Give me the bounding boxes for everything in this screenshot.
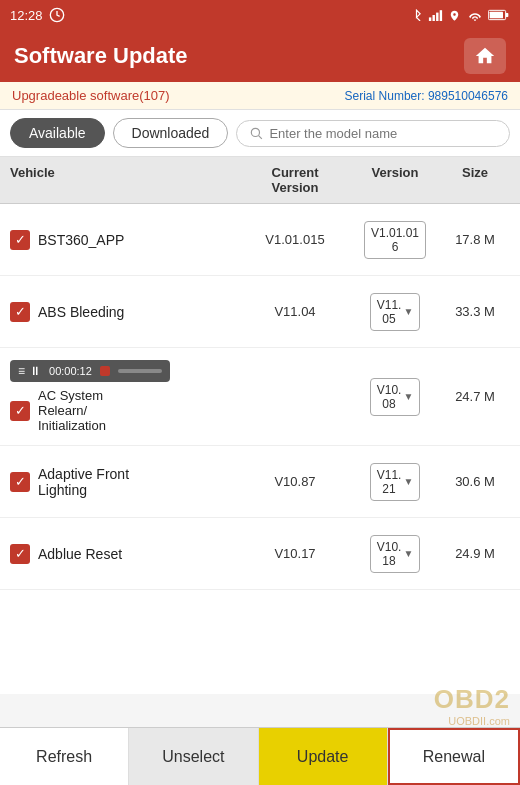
version-text: V11.05 xyxy=(377,298,402,326)
size-cell: 17.8 M xyxy=(440,232,510,247)
table-row: ✓ Adaptive FrontLighting V10.87 V11.21 ▼… xyxy=(0,446,520,518)
col-vehicle: Vehicle xyxy=(10,165,240,195)
serial-label: Serial Number: xyxy=(345,89,425,103)
dropdown-arrow-icon: ▼ xyxy=(403,391,413,402)
table-row: ✓ Adblue Reset V10.17 V10.18 ▼ 24.9 M xyxy=(0,518,520,590)
wifi-icon xyxy=(466,9,484,21)
vehicle-cell: ✓ ABS Bleeding xyxy=(10,302,240,322)
svg-rect-2 xyxy=(433,15,435,21)
row-checkbox[interactable]: ✓ xyxy=(10,230,30,250)
tab-downloaded[interactable]: Downloaded xyxy=(113,118,229,148)
current-version-cell: V10.17 xyxy=(240,546,350,561)
bottom-toolbar: Refresh Unselect Update Renewal xyxy=(0,727,520,785)
search-icon xyxy=(249,126,263,140)
vehicle-cell: ✓ Adaptive FrontLighting xyxy=(10,466,240,498)
status-time: 12:28 xyxy=(10,8,43,23)
svg-rect-3 xyxy=(436,13,438,21)
table-row: ✓ ABS Bleeding V11.04 V11.05 ▼ 33.3 M xyxy=(0,276,520,348)
battery-icon xyxy=(488,9,510,21)
version-text: V10.08 xyxy=(377,383,402,411)
version-select: V10.08 ▼ xyxy=(370,378,421,416)
svg-point-8 xyxy=(252,128,260,136)
progress-controls: ≡ ⏸ xyxy=(18,364,41,378)
stop-icon[interactable] xyxy=(100,366,110,376)
unselect-button[interactable]: Unselect xyxy=(129,728,258,785)
vehicle-cell: ✓ Adblue Reset xyxy=(10,544,240,564)
vehicle-name: ABS Bleeding xyxy=(38,304,124,320)
version-select: V10.18 ▼ xyxy=(370,535,421,573)
vehicle-name: BST360_APP xyxy=(38,232,124,248)
serial-value: 989510046576 xyxy=(428,89,508,103)
home-icon xyxy=(474,45,496,67)
home-button[interactable] xyxy=(464,38,506,74)
status-right xyxy=(409,9,510,21)
row-checkbox[interactable]: ✓ xyxy=(10,302,30,322)
version-box[interactable]: V11.05 ▼ xyxy=(370,293,421,331)
version-box[interactable]: V11.21 ▼ xyxy=(370,463,421,501)
row-checkbox[interactable]: ✓ xyxy=(10,544,30,564)
table-row: ≡ ⏸ 00:00:12 ✓ AC SystemRelearn/Initiali… xyxy=(0,348,520,446)
current-version-cell: V11.04 xyxy=(240,304,350,319)
size-cell: 30.6 M xyxy=(440,474,510,489)
tab-available[interactable]: Available xyxy=(10,118,105,148)
signal-icon xyxy=(428,9,443,21)
version-text: V10.18 xyxy=(377,540,402,568)
dropdown-arrow-icon: ▼ xyxy=(403,548,413,559)
svg-rect-4 xyxy=(440,10,442,21)
current-version-cell: V10.87 xyxy=(240,474,350,489)
svg-rect-7 xyxy=(490,12,503,19)
menu-icon: ≡ xyxy=(18,364,25,378)
size-cell: 33.3 M xyxy=(440,304,510,319)
version-text: V11.21 xyxy=(377,468,402,496)
vehicle-row-inner: ✓ AC SystemRelearn/Initialization xyxy=(10,388,240,433)
svg-line-9 xyxy=(259,136,262,139)
table-header: Vehicle CurrentVersion Version Size xyxy=(0,157,520,204)
serial-number: Serial Number: 989510046576 xyxy=(345,89,508,103)
update-button[interactable]: Update xyxy=(259,728,388,785)
progress-time: 00:00:12 xyxy=(49,365,92,377)
dropdown-arrow-icon: ▼ xyxy=(403,476,413,487)
status-bar: 12:28 xyxy=(0,0,520,30)
progress-track xyxy=(118,369,162,373)
page-title: Software Update xyxy=(14,43,188,69)
vehicle-name: AC SystemRelearn/Initialization xyxy=(38,388,106,433)
pause-icon[interactable]: ⏸ xyxy=(29,364,41,378)
svg-rect-6 xyxy=(506,13,509,17)
vehicle-cell: ≡ ⏸ 00:00:12 ✓ AC SystemRelearn/Initiali… xyxy=(10,360,240,433)
version-select: V11.05 ▼ xyxy=(370,293,421,331)
row-checkbox[interactable]: ✓ xyxy=(10,401,30,421)
version-box[interactable]: V10.18 ▼ xyxy=(370,535,421,573)
version-select: V1.01.016 xyxy=(364,221,426,259)
search-input[interactable] xyxy=(269,126,497,141)
location-icon xyxy=(447,9,462,21)
svg-rect-1 xyxy=(429,17,431,21)
clock-icon xyxy=(49,7,65,23)
renewal-button[interactable]: Renewal xyxy=(388,728,520,785)
upgradeable-text: Upgradeable software(107) xyxy=(12,88,170,103)
refresh-button[interactable]: Refresh xyxy=(0,728,129,785)
version-select: V11.21 ▼ xyxy=(370,463,421,501)
tab-bar: Available Downloaded xyxy=(0,110,520,157)
col-size: Size xyxy=(440,165,510,195)
vehicle-name: Adblue Reset xyxy=(38,546,122,562)
table-row: ✓ BST360_APP V1.01.015 V1.01.016 17.8 M xyxy=(0,204,520,276)
watermark-url: UOBDII.com xyxy=(448,715,510,727)
version-box[interactable]: V10.08 ▼ xyxy=(370,378,421,416)
current-version-cell: V1.01.015 xyxy=(240,232,350,247)
vehicle-cell: ✓ BST360_APP xyxy=(10,230,240,250)
bluetooth-icon xyxy=(409,9,424,21)
status-left: 12:28 xyxy=(10,7,65,23)
progress-bar: ≡ ⏸ 00:00:12 xyxy=(10,360,170,382)
vehicle-name: Adaptive FrontLighting xyxy=(38,466,129,498)
header: Software Update xyxy=(0,30,520,82)
search-box xyxy=(236,120,510,147)
dropdown-arrow-icon: ▼ xyxy=(403,306,413,317)
row-checkbox[interactable]: ✓ xyxy=(10,472,30,492)
col-version: Version xyxy=(350,165,440,195)
version-box[interactable]: V1.01.016 xyxy=(364,221,426,259)
size-cell: 24.9 M xyxy=(440,546,510,561)
size-cell: 24.7 M xyxy=(440,389,510,404)
subheader: Upgradeable software(107) Serial Number:… xyxy=(0,82,520,110)
col-current-version: CurrentVersion xyxy=(240,165,350,195)
version-text: V1.01.016 xyxy=(371,226,419,254)
